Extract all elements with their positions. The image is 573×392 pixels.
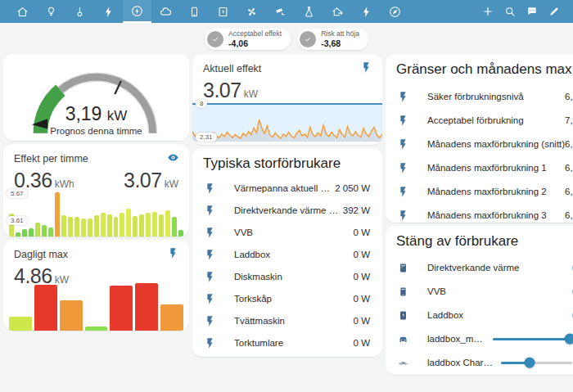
left-column: 3,19 kW Prognos denna timme Effekt per t… <box>3 54 189 375</box>
consumer-row[interactable]: Värmepanna aktuell effekt2 050 W <box>192 178 382 200</box>
flash-icon <box>396 210 410 222</box>
switch-row: Laddbox <box>386 304 573 327</box>
entity-name: Månadens maxförbrukning (snitt) <box>427 139 565 149</box>
limit-row[interactable]: Acceptabel förbrukning7,25 kW <box>386 109 573 133</box>
entity-value: 7,25 kW <box>565 115 573 125</box>
card-title: Typiska storförbrukare <box>203 155 341 172</box>
card-title: Aktuell effekt <box>203 63 261 74</box>
entity-name: Värmepanna aktuell effekt <box>234 183 335 193</box>
badge-value: -3,68 <box>321 38 359 48</box>
limits-card: Gränser och månadens max Säker förbrukni… <box>386 54 573 223</box>
consumers-card: Typiska storförbrukare Värmepanna aktuel… <box>192 148 382 357</box>
tab-flash-2-icon[interactable] <box>352 0 381 23</box>
flash-icon <box>203 315 217 327</box>
daily-max-card[interactable]: Dagligt max 4.86kW <box>3 240 189 331</box>
tab-flash-icon[interactable] <box>94 0 123 23</box>
daily-bar-chart <box>9 282 183 331</box>
entity-name: laddbox_max_char... <box>427 334 486 344</box>
add-button[interactable] <box>476 0 499 23</box>
entity-name: Direktverkande värme <box>427 263 519 273</box>
gauge-value: 3,19 kW <box>3 103 189 125</box>
badge-value: -4,06 <box>228 38 282 48</box>
badge-label: Acceptabel effekt <box>228 30 282 38</box>
scale-max-badge: 5.67 <box>7 189 28 198</box>
entity-name: Torktumlare <box>234 338 283 348</box>
flash-icon <box>360 61 372 77</box>
tab-home-export-icon[interactable] <box>323 0 352 23</box>
tab-security-camera-icon[interactable] <box>266 0 295 23</box>
entity-value: 0 W <box>354 338 370 348</box>
radiator-icon <box>396 262 410 274</box>
badge-label: Risk att höja <box>321 30 359 38</box>
tab-thermometer-icon[interactable] <box>65 0 94 23</box>
tab-lightbulb-icon[interactable] <box>37 0 65 23</box>
middle-column: Aktuell effekt 3.07kW 8 2.31 Typiska sto… <box>192 54 382 375</box>
limit-row[interactable]: Månadens maxförbrukning 26,89 kW <box>386 180 573 204</box>
consumer-row[interactable]: Torktumlare0 W <box>192 332 382 354</box>
badge-acceptabel-effekt[interactable]: Acceptabel effekt-4,06 <box>205 29 291 50</box>
entity-value: 0 W <box>354 294 370 304</box>
consumer-row[interactable]: VVB0 W <box>192 222 382 244</box>
entity-name: VVB <box>427 286 446 296</box>
slider-row: laddbox_max_char... 16 A <box>386 327 573 351</box>
limit-row[interactable]: Månadens maxförbrukning 16,95 kW <box>386 156 573 180</box>
flash-icon <box>396 91 410 103</box>
tab-flask-icon[interactable] <box>295 0 323 23</box>
tab-power-circle-icon[interactable] <box>123 0 151 23</box>
badge-risk-att-hoja[interactable]: Risk att höja-3,68 <box>297 29 368 50</box>
entity-name: Diskmaskin <box>234 272 282 282</box>
hourly-energy-card[interactable]: Effekt per timme 0.36kWh 3.07kW 5.67 3.6… <box>3 144 189 237</box>
tab-energy-meter-icon[interactable] <box>209 0 237 23</box>
card-title: Gränser och månadens max <box>396 61 572 78</box>
top-app-bar <box>0 0 573 23</box>
entity-value: 6,90 kW <box>565 139 573 149</box>
laddbox-charge-limit-slider[interactable] <box>501 362 572 364</box>
power-value: 3.07kW <box>124 169 178 192</box>
consumer-row[interactable]: Laddbox0 W <box>192 244 382 266</box>
water-boiler-icon <box>396 286 410 298</box>
entity-value: 0 W <box>354 316 370 326</box>
consumer-row[interactable]: Diskmaskin0 W <box>192 266 382 288</box>
entity-name: Laddbox <box>427 310 463 320</box>
flash-icon <box>396 138 410 151</box>
tab-tablet-icon[interactable] <box>180 0 209 23</box>
flash-icon <box>203 182 217 195</box>
right-column: Gränser och månadens max Säker förbrukni… <box>386 54 573 375</box>
badge-row: Acceptabel effekt-4,06 Risk att höja-3,6… <box>0 23 573 52</box>
hourly-bar-chart <box>9 191 183 237</box>
consumer-row[interactable]: Direktverkande värme aktuell effekt392 W <box>192 200 382 222</box>
check-circle-icon <box>300 31 316 47</box>
gauge-card[interactable]: 3,19 kW Prognos denna timme <box>3 54 189 141</box>
flash-icon <box>203 337 217 349</box>
ev-charger-icon <box>396 309 410 322</box>
current-power-card[interactable]: Aktuell effekt 3.07kW 8 2.31 <box>192 54 382 145</box>
limit-row[interactable]: Säker förbrukningsnivå6,87 kW <box>386 85 573 109</box>
entity-value: 6,87 kW <box>565 92 573 101</box>
flash-icon <box>396 186 410 198</box>
flash-icon <box>396 162 410 174</box>
eye-icon[interactable] <box>167 151 179 167</box>
limit-row[interactable]: Månadens maxförbrukning 36,87 kW <box>386 204 573 223</box>
gauge-label: Prognos denna timme <box>3 126 189 136</box>
laddbox-max-charge-slider[interactable] <box>493 338 572 340</box>
slider-row: laddbox Charge limit 16 A <box>386 351 573 375</box>
entity-name: laddbox Charge limit <box>427 358 494 367</box>
entity-name: Säker förbrukningsnivå <box>427 92 524 101</box>
limit-row[interactable]: Månadens maxförbrukning (snitt)6,90 kW <box>386 133 573 156</box>
search-icon[interactable] <box>499 0 521 23</box>
tab-fan-icon[interactable] <box>237 0 266 23</box>
edit-icon[interactable] <box>543 0 565 23</box>
tab-compass-icon[interactable] <box>381 0 409 23</box>
dashboard-grid: 3,19 kW Prognos denna timme Effekt per t… <box>0 52 573 375</box>
entity-value: 6,89 kW <box>565 187 573 196</box>
tab-home-icon[interactable] <box>8 0 37 23</box>
card-title: Dagligt max <box>14 249 68 260</box>
forum-icon[interactable] <box>521 0 543 23</box>
entity-value: 2 050 W <box>335 183 370 193</box>
min-badge: 2.31 <box>196 133 217 142</box>
car-front-icon <box>396 333 410 345</box>
entity-name: Acceptabel förbrukning <box>427 115 524 125</box>
tab-cloud-icon[interactable] <box>151 0 180 23</box>
consumer-row[interactable]: Tvättmaskin0 W <box>192 310 382 332</box>
consumer-row[interactable]: Torkskåp0 W <box>192 288 382 310</box>
